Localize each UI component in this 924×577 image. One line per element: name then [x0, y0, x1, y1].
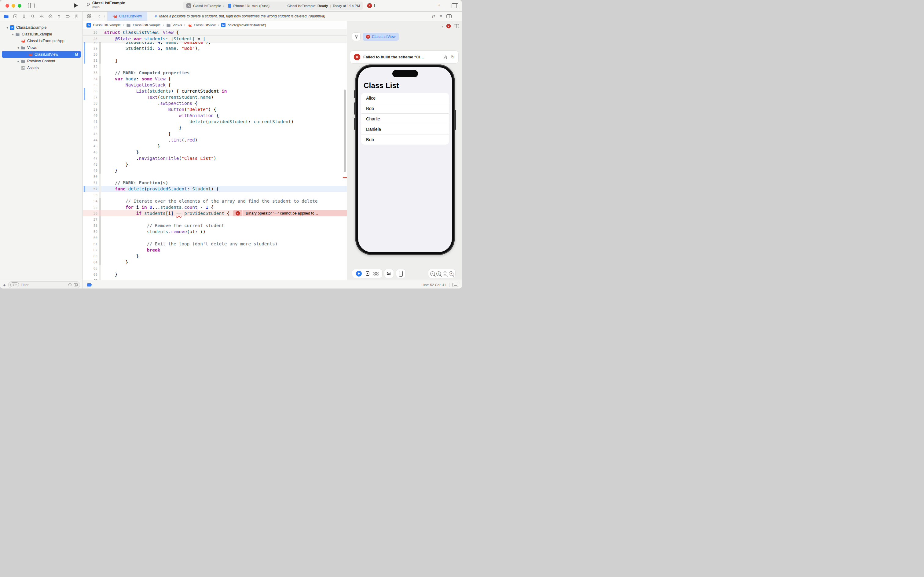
- student-row[interactable]: Bob: [361, 134, 449, 145]
- toggle-navigator-icon[interactable]: [28, 3, 35, 8]
- student-row[interactable]: Charlie: [361, 114, 449, 124]
- code-line-31[interactable]: 31 ]: [83, 58, 347, 64]
- activity-status-bar[interactable]: A ClassListExample › iPhone 13+ mini (Ru…: [184, 2, 363, 10]
- student-row[interactable]: Bob: [361, 103, 449, 114]
- code-line-35[interactable]: 35 NavigationStack {: [83, 82, 347, 88]
- refresh-preview-icon[interactable]: ↻: [451, 55, 455, 60]
- zoom-fit-icon[interactable]: [443, 271, 448, 276]
- code-line-20[interactable]: 20struct ClassListView: View {: [83, 29, 347, 36]
- disclosure-open-icon[interactable]: ▾: [5, 26, 10, 29]
- breakpoints-toggle-icon[interactable]: [87, 283, 92, 287]
- breadcrumb-item[interactable]: ClassListView: [187, 23, 216, 27]
- navigator-tab-bookmarks-icon[interactable]: [22, 14, 26, 19]
- sidebar-item-classlistexample[interactable]: ▾ClassListExample: [0, 31, 81, 38]
- device-settings-icon[interactable]: [386, 271, 391, 276]
- zoom-window-button[interactable]: [18, 4, 21, 8]
- zoom-in-icon[interactable]: +: [449, 271, 454, 276]
- canvas-back-chevron[interactable]: ‹: [442, 24, 443, 29]
- code-line-53[interactable]: 53: [83, 192, 347, 198]
- sidebar-item-classlistexample[interactable]: ▾AClassListExample: [0, 24, 81, 31]
- selectable-mode-icon[interactable]: [365, 271, 370, 276]
- code-line-36[interactable]: 36 List(students) { currentStudent in: [83, 88, 347, 94]
- scheme-selector[interactable]: ClassListExample main: [87, 1, 125, 9]
- editor-scrollbar[interactable]: [344, 90, 346, 172]
- code-line-62[interactable]: 62 break: [83, 247, 347, 253]
- code-line-65[interactable]: 65: [83, 265, 347, 271]
- navigator-tab-source-control-icon[interactable]: [13, 14, 18, 19]
- sidebar-item-views[interactable]: ▾Views: [0, 44, 81, 51]
- live-preview-button[interactable]: [356, 271, 362, 277]
- add-editor-icon[interactable]: [446, 15, 452, 18]
- canvas-add-editor-icon[interactable]: [454, 24, 459, 28]
- editor-options-icon[interactable]: ≡: [440, 14, 442, 19]
- code-line-56[interactable]: 56 if students[i] == providedStudent {×B…: [83, 210, 347, 216]
- disclosure-closed-icon[interactable]: ▸: [16, 60, 21, 63]
- navigator-tab-reports-icon[interactable]: [74, 14, 79, 19]
- zoom-100-icon[interactable]: 1: [436, 271, 441, 276]
- breadcrumb-item[interactable]: Mdelete(providedStudent:): [221, 23, 266, 27]
- code-line-55[interactable]: 55 for i in 0...students.count - 1 {: [83, 204, 347, 210]
- destination-name[interactable]: iPhone 13+ mini (Russ): [233, 4, 269, 8]
- preview-tab[interactable]: × ClassListView: [363, 33, 399, 41]
- pin-preview-button[interactable]: [352, 33, 360, 41]
- code-line-63[interactable]: 63 }: [83, 253, 347, 259]
- code-line-42[interactable]: 42 }: [83, 125, 347, 131]
- canvas-error-icon[interactable]: ×: [446, 24, 451, 28]
- code-line-23[interactable]: 23 @State var students: [Student] = [: [83, 36, 347, 42]
- code-line-60[interactable]: 60: [83, 235, 347, 241]
- sidebar-item-classlistview[interactable]: ClassListViewM: [2, 51, 81, 58]
- code-line-46[interactable]: 46 }: [83, 149, 347, 155]
- code-review-icon[interactable]: ⇄: [432, 14, 435, 19]
- add-file-button[interactable]: +: [3, 282, 6, 288]
- code-line-45[interactable]: 45 }: [83, 143, 347, 149]
- code-line-38[interactable]: 38 .swipeActions {: [83, 100, 347, 106]
- recent-files-icon[interactable]: [68, 283, 72, 287]
- navigator-tab-search-icon[interactable]: [30, 14, 35, 19]
- tab-classlistview[interactable]: ClassListView: [107, 11, 147, 21]
- sidebar-item-classlistexampleapp[interactable]: ClassListExampleApp: [0, 38, 81, 44]
- code-line-58[interactable]: 58 // Remove the current student: [83, 222, 347, 229]
- forward-button[interactable]: ›: [102, 14, 107, 19]
- variants-mode-icon[interactable]: [373, 272, 378, 276]
- code-line-29[interactable]: 29 Student(id: 5, name: "Bob"),: [83, 45, 347, 52]
- add-tab-button[interactable]: +: [438, 2, 441, 8]
- sidebar-item-preview-content[interactable]: ▸Preview Content: [0, 58, 81, 64]
- source-control-filter-icon[interactable]: [74, 283, 78, 287]
- device-icon[interactable]: [399, 271, 403, 277]
- code-line-32[interactable]: 32: [83, 64, 347, 70]
- breadcrumb-item[interactable]: Views: [166, 23, 182, 27]
- code-line-67[interactable]: 67: [83, 277, 347, 280]
- student-row[interactable]: Daniela: [361, 124, 449, 134]
- code-line-59[interactable]: 59 students.remove(at: i): [83, 229, 347, 235]
- navigator-tab-project-icon[interactable]: [4, 14, 9, 19]
- code-line-49[interactable]: 49 }: [83, 168, 347, 174]
- related-items-icon[interactable]: [87, 14, 91, 18]
- code-line-41[interactable]: 41 delete(providedStudent: currentStuden…: [83, 119, 347, 125]
- toolbar-error-badge[interactable]: × 1: [367, 3, 375, 8]
- disclosure-open-icon[interactable]: ▾: [10, 33, 15, 36]
- code-line-54[interactable]: 54 // Iterate over the elements of the a…: [83, 198, 347, 204]
- code-line-61[interactable]: 61 // Exit the loop (don't delete any mo…: [83, 241, 347, 247]
- back-button[interactable]: ‹: [97, 14, 102, 19]
- diagnostics-icon[interactable]: [443, 55, 448, 60]
- zoom-out-icon[interactable]: −: [430, 271, 435, 276]
- disclosure-open-icon[interactable]: ▾: [16, 46, 21, 50]
- code-line-57[interactable]: 57: [83, 216, 347, 222]
- editor-display-icon[interactable]: [452, 283, 458, 287]
- run-button[interactable]: [74, 3, 78, 8]
- code-line-39[interactable]: 39 Button("Delete") {: [83, 106, 347, 113]
- code-line-52[interactable]: 52 func delete(providedStudent: Student)…: [83, 186, 347, 192]
- navigator-tab-breakpoints-icon[interactable]: [65, 14, 70, 19]
- code-line-48[interactable]: 48 }: [83, 161, 347, 168]
- toggle-inspector-icon[interactable]: [452, 3, 458, 8]
- code-line-37[interactable]: 37 Text(currentStudent.name): [83, 94, 347, 100]
- minimize-window-button[interactable]: [11, 4, 15, 8]
- breadcrumb-item[interactable]: ClassListExample: [126, 23, 160, 27]
- navigator-tab-issues-icon[interactable]: [39, 14, 44, 19]
- sidebar-item-assets[interactable]: Assets: [0, 64, 81, 71]
- code-line-30[interactable]: 30: [83, 52, 347, 58]
- filter-field[interactable]: Filter: [8, 282, 80, 288]
- code-line-64[interactable]: 64 }: [83, 259, 347, 265]
- code-line-34[interactable]: 34 var body: some View {: [83, 76, 347, 82]
- error-annotation[interactable]: ×Binary operator '==' cannot be applied …: [233, 210, 347, 216]
